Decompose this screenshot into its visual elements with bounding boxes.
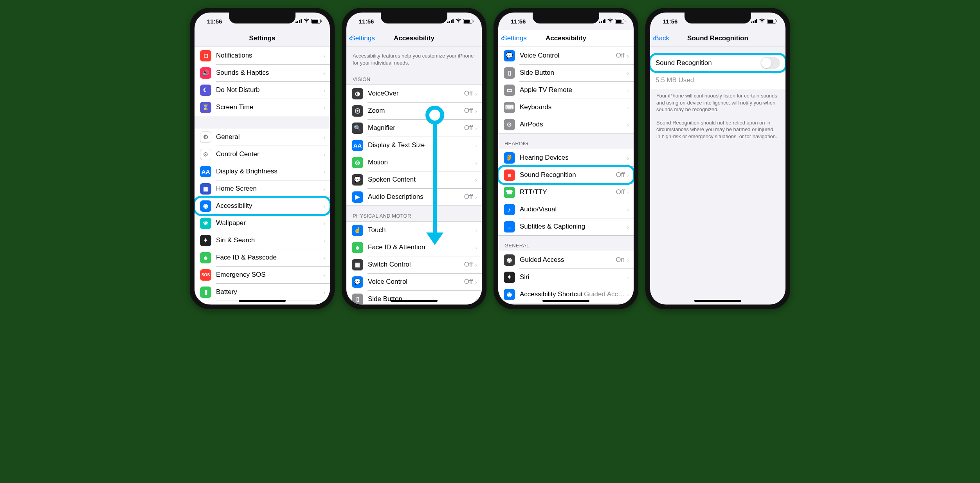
- phone-4-sound-recognition: 11:56 ‹ Back Sound Recognition Sound Rec…: [645, 8, 790, 309]
- back-button[interactable]: ‹ Back: [650, 33, 669, 43]
- list-item[interactable]: ▦Switch ControlOff›: [346, 256, 482, 273]
- list-item[interactable]: ≡Sound RecognitionOff›: [498, 166, 634, 184]
- list-item[interactable]: ✦Siri›: [498, 269, 634, 286]
- list-item[interactable]: ☝Touch›: [346, 222, 482, 239]
- footer-text-2: Sound Recognition should not be relied u…: [650, 118, 785, 145]
- accessibility-list[interactable]: 💬Voice ControlOff›▯Side Button›▭Apple TV…: [498, 47, 634, 305]
- row-icon: ⊙: [200, 149, 211, 160]
- list-item[interactable]: ◻Notifications›: [195, 47, 330, 64]
- chevron-right-icon: ›: [475, 194, 477, 200]
- row-icon: ▦: [352, 259, 363, 270]
- settings-list[interactable]: ◻Notifications›🔊Sounds & Haptics›☾Do Not…: [195, 47, 330, 305]
- list-item[interactable]: ▮Battery›: [195, 283, 330, 301]
- row-label: AirPods: [520, 121, 627, 128]
- sound-recognition-settings: Sound Recognition 5.5 MB Used Your iPhon…: [650, 47, 785, 305]
- row-icon: ▮: [200, 287, 211, 298]
- row-label: Motion: [368, 159, 475, 166]
- chevron-right-icon: ›: [627, 189, 629, 196]
- list-item[interactable]: ▦Home Screen›: [195, 180, 330, 197]
- row-label: Display & Brightness: [216, 168, 323, 175]
- list-item[interactable]: ☾Do Not Disturb›: [195, 81, 330, 99]
- chevron-right-icon: ›: [627, 206, 629, 213]
- list-item[interactable]: ☎RTT/TTYOff›: [498, 184, 634, 201]
- home-indicator[interactable]: [542, 300, 589, 302]
- sound-recognition-switch[interactable]: [760, 57, 780, 69]
- row-icon: ◻: [200, 50, 211, 61]
- list-item[interactable]: ◑VoiceOverOff›: [346, 85, 482, 102]
- chevron-right-icon: ›: [627, 172, 629, 178]
- chevron-right-icon: ›: [475, 125, 477, 132]
- chevron-right-icon: ›: [323, 186, 325, 192]
- row-label: Guided Access: [520, 256, 616, 264]
- list-item[interactable]: ❀Wallpaper›: [195, 214, 330, 232]
- back-label: Back: [654, 34, 669, 42]
- navbar: ‹ Settings Accessibility: [498, 30, 634, 47]
- list-item[interactable]: ♪Audio/Visual›: [498, 201, 634, 218]
- home-indicator[interactable]: [391, 300, 438, 302]
- row-label: Apple TV Remote: [520, 86, 627, 94]
- row-value: Guided Acc…: [584, 290, 625, 298]
- list-item[interactable]: ⦿ZoomOff›: [346, 102, 482, 119]
- status-time: 11:56: [359, 18, 374, 25]
- row-icon: ☎: [504, 187, 515, 198]
- storage-used-label: 5.5 MB Used: [656, 76, 785, 84]
- list-item[interactable]: ▯Side Button›: [498, 64, 634, 81]
- home-indicator[interactable]: [239, 300, 286, 302]
- list-item[interactable]: AADisplay & Brightness›: [195, 163, 330, 180]
- row-label: Touch: [368, 226, 475, 234]
- list-item[interactable]: ▯Side Button›: [346, 290, 482, 305]
- chevron-right-icon: ›: [475, 108, 477, 114]
- chevron-right-icon: ›: [323, 70, 325, 76]
- row-label: Audio Descriptions: [368, 193, 464, 201]
- navbar: ‹ Settings Accessibility: [346, 30, 482, 47]
- list-item[interactable]: ▶Audio DescriptionsOff›: [346, 188, 482, 205]
- status-time: 11:56: [207, 18, 222, 25]
- home-indicator[interactable]: [694, 300, 741, 302]
- list-item[interactable]: ⚙General›: [195, 128, 330, 146]
- row-icon: ♪: [504, 204, 515, 215]
- list-item[interactable]: ⌛Screen Time›: [195, 99, 330, 116]
- back-button[interactable]: ‹ Settings: [346, 33, 375, 43]
- list-item[interactable]: ⌨Keyboards›: [498, 99, 634, 116]
- row-label: Siri & Search: [216, 236, 323, 244]
- list-item[interactable]: ≡Subtitles & Captioning›: [498, 218, 634, 235]
- row-label: Wallpaper: [216, 219, 323, 227]
- list-item[interactable]: 🔍MagnifierOff›: [346, 119, 482, 137]
- list-item[interactable]: ▭Apple TV Remote›: [498, 81, 634, 99]
- back-button[interactable]: ‹ Settings: [498, 33, 527, 43]
- row-icon: SOS: [200, 269, 211, 281]
- sound-recognition-toggle-row[interactable]: Sound Recognition: [650, 54, 785, 72]
- list-item[interactable]: ⊙AirPods›: [498, 116, 634, 133]
- footer-text-1: Your iPhone will continuously listen for…: [650, 89, 785, 118]
- accessibility-list[interactable]: Accessibility features help you customiz…: [346, 47, 482, 305]
- chevron-right-icon: ›: [627, 257, 629, 263]
- list-item[interactable]: AADisplay & Text Size›: [346, 137, 482, 154]
- chevron-right-icon: ›: [323, 203, 325, 209]
- list-item[interactable]: ◉Accessibility›: [195, 197, 330, 214]
- row-label: Voice Control: [368, 278, 464, 286]
- list-item[interactable]: 👂Hearing Devices›: [498, 149, 634, 166]
- chevron-right-icon: ›: [475, 142, 477, 149]
- row-label: General: [216, 133, 323, 141]
- list-item[interactable]: ⊙Control Center›: [195, 146, 330, 163]
- notch: [685, 13, 751, 23]
- row-label: Home Screen: [216, 185, 323, 193]
- list-item[interactable]: 💬Spoken Content›: [346, 171, 482, 188]
- list-item[interactable]: 🔊Sounds & Haptics›: [195, 64, 330, 81]
- row-icon: ◎: [352, 157, 363, 168]
- list-item[interactable]: ◎Motion›: [346, 154, 482, 171]
- list-item[interactable]: 💬Voice ControlOff›: [498, 47, 634, 64]
- page-title: Sound Recognition: [650, 34, 785, 42]
- wifi-icon: [759, 18, 765, 24]
- list-item[interactable]: ☻Face ID & Attention›: [346, 239, 482, 256]
- list-item[interactable]: 💬Voice ControlOff›: [346, 273, 482, 290]
- row-icon: ⚙: [200, 132, 211, 143]
- list-item[interactable]: ☻Face ID & Passcode›: [195, 249, 330, 266]
- row-value: Off: [616, 188, 625, 196]
- list-item[interactable]: ✦Siri & Search›: [195, 232, 330, 249]
- row-icon: AA: [352, 140, 363, 151]
- list-item[interactable]: ◉Guided AccessOn›: [498, 251, 634, 269]
- row-icon: ☻: [200, 252, 211, 263]
- list-item[interactable]: SOSEmergency SOS›: [195, 266, 330, 283]
- row-value: Off: [464, 107, 473, 115]
